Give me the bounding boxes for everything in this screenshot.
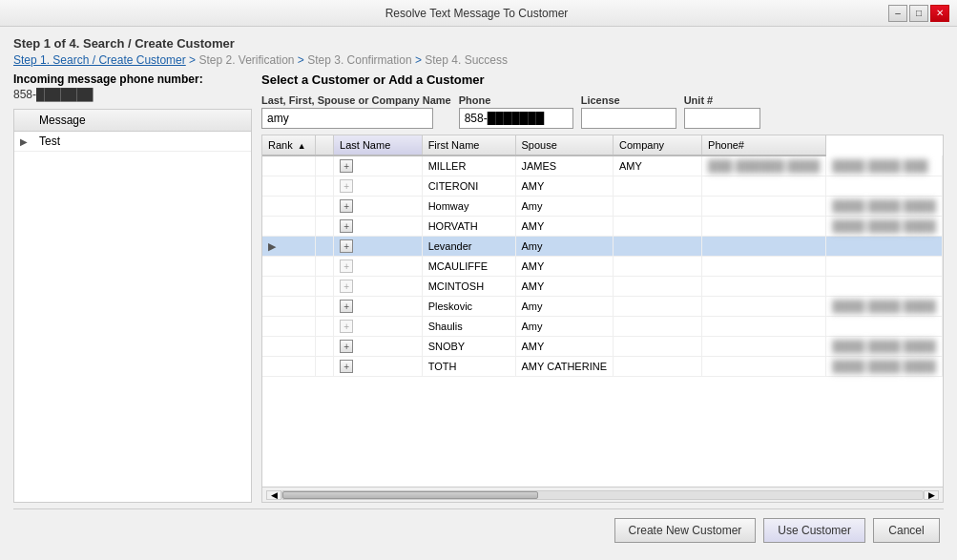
msg-col-header: Message [33,110,251,132]
table-row[interactable]: + Shaulis Amy [262,317,943,337]
breadcrumb-sep1: > [186,53,199,67]
rank-cell [315,217,333,237]
table-row[interactable]: + MILLER JAMES AMY ███ ██████ ████ ████ … [262,156,943,176]
expand-cell[interactable]: + [334,217,423,237]
row-empty-arrow [262,357,315,377]
col-header-lastname[interactable]: Last Name [334,135,423,156]
unit-search-group: Unit # [684,94,760,129]
phone-value: ████ ████ ████ [832,199,936,213]
expand-button[interactable]: + [340,159,353,173]
expand-cell[interactable]: + [334,257,423,277]
scrollbar-thumb[interactable] [282,491,538,499]
company-cell [702,197,826,217]
expand-cell[interactable]: + [334,297,423,317]
col-header-expand [315,135,333,156]
expand-button[interactable]: + [340,320,353,333]
phone-value: ████ ████ ████ [832,340,936,353]
scroll-left-btn[interactable]: ◀ [266,490,281,500]
row-empty-arrow [262,337,315,357]
expand-cell[interactable]: + [334,337,423,357]
company-cell [702,357,826,377]
footer: Create New Customer Use Customer Cancel [13,508,944,550]
breadcrumb-step1[interactable]: Step 1. Search / Create Customer [13,53,186,67]
breadcrumb-step4[interactable]: Step 4. Success [425,53,508,67]
spouse-cell [613,217,701,237]
rank-cell [315,337,333,357]
company-cell [702,217,826,237]
expand-cell[interactable]: + [334,156,423,176]
scrollbar-track[interactable] [281,490,924,500]
close-button[interactable]: ✕ [930,5,949,22]
cancel-button[interactable]: Cancel [873,518,940,543]
lastname-cell: MCAULIFFE [422,257,515,277]
col-header-spouse[interactable]: Spouse [515,135,613,156]
expand-button[interactable]: + [340,300,353,313]
use-customer-button[interactable]: Use Customer [763,518,865,543]
message-row[interactable]: ▶ Test [14,132,251,152]
expand-cell[interactable]: + [334,317,423,337]
table-row[interactable]: + Pleskovic Amy ████ ████ ████ [262,297,943,317]
table-row[interactable]: + MCINTOSH AMY [262,277,943,297]
spouse-cell [613,297,701,317]
lastname-cell: TOTH [422,357,515,377]
sort-arrow: ▲ [298,141,306,151]
expand-button[interactable]: + [340,340,353,353]
scroll-right-btn[interactable]: ▶ [924,490,939,500]
expand-button[interactable]: + [340,239,353,253]
spouse-cell [613,317,701,337]
spouse-cell: AMY [613,156,701,176]
expand-cell[interactable]: + [334,197,423,217]
expand-cell[interactable]: + [334,357,423,377]
step-breadcrumb: Step 1. Search / Create Customer > Step … [13,53,944,67]
grid-scroll[interactable]: Rank ▲ Last Name First Name Spouse Compa… [262,135,943,487]
rank-cell [315,357,333,377]
left-panel: Incoming message phone number: 858-█████… [13,73,252,503]
maximize-button[interactable]: □ [909,5,928,22]
name-search-input[interactable] [261,108,433,129]
horizontal-scrollbar[interactable]: ◀ ▶ [262,487,943,502]
select-customer-header: Select a Customer or Add a Customer [261,73,944,87]
table-row[interactable]: ▶ + Levander Amy [262,237,943,257]
phone-number: 858-███████ [13,88,252,101]
expand-cell[interactable]: + [334,237,423,257]
expand-cell[interactable]: + [334,277,423,297]
table-row[interactable]: + TOTH AMY CATHERINE ████ ████ ████ [262,357,943,377]
license-search-input[interactable] [581,108,676,129]
company-value: ███ ██████ ████ [708,159,820,173]
table-row[interactable]: + CITERONI AMY [262,176,943,197]
minimize-button[interactable]: – [888,5,907,22]
col-header-firstname[interactable]: First Name [422,135,515,156]
col-header-phone[interactable]: Phone# [702,135,826,156]
row-empty-arrow [262,217,315,237]
firstname-cell: JAMES [515,156,613,176]
create-new-customer-button[interactable]: Create New Customer [614,518,757,543]
spouse-cell [613,357,701,377]
expand-button[interactable]: + [340,179,353,193]
firstname-cell: AMY [515,337,613,357]
content-area: Incoming message phone number: 858-█████… [13,73,944,503]
lastname-cell: Pleskovic [422,297,515,317]
expand-button[interactable]: + [340,219,353,233]
expand-button[interactable]: + [340,199,353,213]
phone-cell: ████ ████ ███ [826,156,943,176]
unit-search-input[interactable] [684,108,760,129]
breadcrumb-step3[interactable]: Step 3. Confirmation [307,53,411,67]
row-empty-arrow [262,277,315,297]
expand-cell[interactable]: + [334,176,423,197]
results-table: Rank ▲ Last Name First Name Spouse Compa… [262,135,943,377]
table-row[interactable]: + Homway Amy ████ ████ ████ [262,197,943,217]
expand-button[interactable]: + [340,360,353,373]
table-row[interactable]: + HORVATH AMY ████ ████ ████ [262,217,943,237]
table-row[interactable]: + MCAULIFFE AMY [262,257,943,277]
table-row[interactable]: + SNOBY AMY ████ ████ ████ [262,337,943,357]
phone-search-input[interactable] [459,108,573,129]
phone-value: ████ ████ ███ [832,159,927,173]
breadcrumb-step2[interactable]: Step 2. Verification [198,53,294,67]
company-cell [702,277,826,297]
data-grid: Rank ▲ Last Name First Name Spouse Compa… [261,135,944,503]
phone-cell [826,257,943,277]
col-header-company[interactable]: Company [613,135,701,156]
col-header-rank[interactable]: Rank ▲ [262,135,315,156]
expand-button[interactable]: + [340,280,353,293]
expand-button[interactable]: + [340,259,353,273]
